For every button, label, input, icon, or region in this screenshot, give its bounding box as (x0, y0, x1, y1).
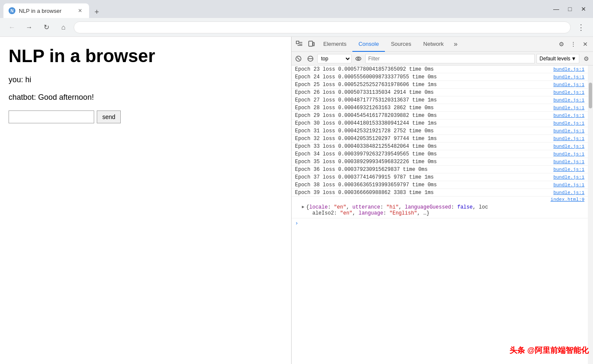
console-source-link[interactable]: bundle.js:1 (553, 98, 584, 103)
more-tabs-button[interactable]: » (450, 38, 462, 50)
clear-console-button[interactable] (293, 54, 304, 64)
console-entry-text: Epoch 34 loss 0.000399792632739549565 ti… (295, 151, 550, 157)
console-entry-text: Epoch 26 loss 0.000507331135034 2914 tim… (295, 90, 550, 95)
console-source-link[interactable]: bundle.js:1 (553, 175, 584, 180)
console-row: Epoch 31 loss 0.000425321921728 2752 tim… (292, 127, 588, 135)
scrollbar-thumb[interactable] (589, 83, 592, 108)
tab-close-button[interactable]: ✕ (76, 7, 84, 15)
console-entry-text: Epoch 30 loss 0.000441801533380941244 ti… (295, 120, 550, 126)
console-source-link[interactable]: bundle.js:1 (553, 113, 584, 118)
console-entry-text: Epoch 36 loss 0.000379230915629837 time … (295, 167, 550, 173)
devtools-close-button[interactable]: ✕ (579, 38, 591, 50)
console-entry-text: Epoch 25 loss 0.000525252527631978606 ti… (295, 82, 550, 88)
send-button[interactable]: send (97, 110, 121, 123)
svg-point-11 (358, 58, 359, 60)
devtools-settings-button[interactable]: ⚙ (555, 38, 567, 50)
main-area: NLP in a browser you: hi chatbot: Good a… (0, 37, 593, 364)
console-output: Epoch 23 loss 0.00057780041857365092 tim… (292, 66, 588, 364)
home-button[interactable]: ⌂ (57, 21, 70, 34)
console-entry-text: Epoch 38 loss 0.000366365193993659797 ti… (295, 182, 550, 188)
inspect-element-button[interactable] (293, 38, 305, 50)
chat-you-message: you: hi (9, 75, 283, 84)
console-row: Epoch 23 loss 0.00057780041857365092 tim… (292, 66, 588, 73)
levels-dropdown[interactable]: Default levels ▼ (536, 54, 579, 63)
back-button[interactable]: ← (5, 21, 19, 34)
json-content: {locale: "en", utterance: "hi", language… (306, 204, 488, 216)
console-index-link-row: index.html:9 (292, 197, 588, 203)
tab-title: NLP in a browser (19, 8, 73, 14)
console-settings-button[interactable]: ⚙ (581, 54, 591, 64)
console-row: Epoch 37 loss 0.000377414679915 9787 tim… (292, 173, 588, 181)
device-toolbar-button[interactable] (305, 38, 317, 50)
index-html-link[interactable]: index.html:9 (551, 197, 584, 202)
console-entry-text: Epoch 29 loss 0.000454541617782039882 ti… (295, 113, 550, 119)
svg-rect-0 (296, 41, 299, 44)
console-row: Epoch 30 loss 0.000441801533380941244 ti… (292, 119, 588, 127)
console-toolbar: top Default levels ▼ ⚙ (292, 52, 593, 66)
console-entry-text: Epoch 39 loss 0.000366660988862 3383 tim… (295, 190, 550, 196)
filter-input[interactable] (365, 54, 535, 63)
console-source-link[interactable]: bundle.js:1 (553, 167, 584, 172)
console-row: Epoch 33 loss 0.000403384821255482064 ti… (292, 143, 588, 150)
devtools-tabs: Elements Console Sources Network » ⚙ ⋮ ✕ (292, 37, 593, 52)
console-chevron-row[interactable]: › (292, 218, 588, 228)
tab-console[interactable]: Console (352, 37, 385, 52)
devtools-dots-button[interactable]: ⋮ (567, 38, 579, 50)
console-entry-text: Epoch 31 loss 0.000425321921728 2752 tim… (295, 128, 550, 134)
console-source-link[interactable]: bundle.js:1 (553, 75, 584, 80)
console-area: Epoch 23 loss 0.00057780041857365092 tim… (292, 66, 593, 364)
tab-sources[interactable]: Sources (385, 37, 417, 52)
chat-bot-message: chatbot: Good afternoon! (9, 93, 283, 102)
tab-network[interactable]: Network (417, 37, 450, 52)
console-source-link[interactable]: bundle.js:1 (553, 144, 584, 149)
tab-area: N NLP in a browser ✕ + (3, 0, 545, 18)
json-expand-arrow[interactable]: ▶ (302, 204, 304, 209)
chat-input-row: send (9, 110, 283, 123)
browser-menu-button[interactable]: ⋮ (574, 21, 588, 34)
browser-tab[interactable]: N NLP in a browser ✕ (3, 3, 89, 18)
console-source-link[interactable]: bundle.js:1 (553, 67, 584, 72)
console-source-link[interactable]: bundle.js:1 (553, 152, 584, 157)
console-source-link[interactable]: bundle.js:1 (553, 136, 584, 141)
title-bar: N NLP in a browser ✕ + — □ ✕ (0, 0, 593, 18)
console-scrollbar[interactable] (588, 66, 593, 364)
context-select[interactable]: top (317, 54, 352, 63)
console-row: Epoch 27 loss 0.000487177753120313637 ti… (292, 96, 588, 104)
console-source-link[interactable]: bundle.js:1 (553, 121, 584, 126)
console-source-link[interactable]: bundle.js:1 (553, 190, 584, 195)
svg-rect-4 (309, 41, 313, 46)
chat-input[interactable] (9, 110, 94, 123)
maximize-button[interactable]: □ (564, 3, 576, 15)
console-source-link[interactable]: bundle.js:1 (553, 128, 584, 134)
nav-bar: ← → ↻ ⌂ ⋮ (0, 18, 593, 37)
refresh-button[interactable]: ↻ (39, 21, 53, 34)
console-row: Epoch 36 loss 0.000379230915629837 time … (292, 166, 588, 173)
console-source-link[interactable]: bundle.js:1 (553, 105, 584, 110)
eye-button[interactable] (353, 54, 364, 64)
console-source-link[interactable]: bundle.js:1 (553, 182, 584, 188)
console-entry-text: Epoch 28 loss 0.000469321263163 2862 tim… (295, 105, 550, 111)
console-entry-text: Epoch 33 loss 0.000403384821255482064 ti… (295, 143, 550, 149)
address-bar[interactable] (74, 21, 571, 33)
tab-elements[interactable]: Elements (317, 37, 352, 52)
console-source-link[interactable]: bundle.js:1 (553, 90, 584, 95)
console-row: Epoch 34 loss 0.000399792632739549565 ti… (292, 150, 588, 158)
tab-favicon: N (9, 7, 15, 14)
minimize-button[interactable]: — (550, 3, 562, 15)
forward-button[interactable]: → (22, 21, 36, 34)
new-tab-button[interactable]: + (91, 6, 103, 18)
close-button[interactable]: ✕ (578, 3, 590, 15)
console-row: Epoch 29 loss 0.000454541617782039882 ti… (292, 112, 588, 119)
console-entry-text: Epoch 32 loss 0.000420535120297 97744 ti… (295, 136, 550, 142)
console-entry-text: Epoch 23 loss 0.00057780041857365092 tim… (295, 66, 550, 72)
console-source-link[interactable]: bundle.js:1 (553, 159, 584, 164)
console-json-row: ▶ {locale: "en", utterance: "hi", langua… (292, 203, 588, 218)
svg-line-7 (297, 57, 300, 60)
console-row: Epoch 35 loss 0.000389299934596832226 ti… (292, 158, 588, 166)
console-source-link[interactable]: bundle.js:1 (553, 82, 584, 87)
svg-point-10 (356, 57, 361, 60)
console-row: Epoch 38 loss 0.000366365193993659797 ti… (292, 181, 588, 189)
block-button[interactable] (305, 54, 316, 64)
console-row: Epoch 26 loss 0.000507331135034 2914 tim… (292, 89, 588, 96)
console-entry-text: Epoch 37 loss 0.000377414679915 9787 tim… (295, 174, 550, 180)
